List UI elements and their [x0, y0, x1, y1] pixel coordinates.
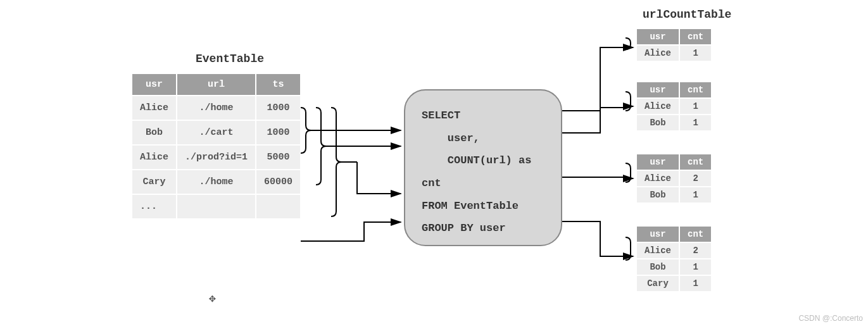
- cell: Bob: [636, 187, 679, 203]
- cell: 1: [679, 259, 712, 275]
- table-row: Alice./home1000: [132, 96, 301, 120]
- event-table-title: EventTable: [196, 53, 264, 65]
- th-cnt: cnt: [679, 154, 712, 170]
- cell: [177, 194, 256, 219]
- table-row: Cary1: [636, 275, 712, 292]
- move-cursor-icon: ✥: [209, 291, 216, 305]
- cell: 2: [679, 170, 712, 187]
- cell: ./home: [177, 170, 256, 194]
- snapshot-1: usrcnt Alice1: [636, 28, 712, 62]
- watermark: CSDN @:Concerto: [798, 314, 863, 323]
- cell: 5000: [256, 145, 301, 170]
- cell: Alice: [636, 45, 679, 61]
- cell: Alice: [636, 242, 679, 259]
- cell: 1: [679, 187, 712, 203]
- cell: 60000: [256, 170, 301, 194]
- cell: ./home: [177, 96, 256, 120]
- table-row: Bob1: [636, 187, 712, 203]
- event-th-url: url: [177, 73, 256, 96]
- th-cnt: cnt: [679, 82, 712, 98]
- cell: 1: [679, 45, 712, 61]
- cell: Alice: [132, 96, 177, 120]
- cell: ...: [132, 194, 177, 219]
- table-row: Cary./home60000: [132, 170, 301, 194]
- table-row: Alice./prod?id=15000: [132, 145, 301, 170]
- th-usr: usr: [636, 154, 679, 170]
- cell: Cary: [636, 275, 679, 292]
- table-row: Bob1: [636, 115, 712, 131]
- th-usr: usr: [636, 28, 679, 45]
- event-th-ts: ts: [256, 73, 301, 96]
- table-row: Alice1: [636, 98, 712, 115]
- cell: Bob: [636, 259, 679, 275]
- cell: Bob: [132, 120, 177, 145]
- th-usr: usr: [636, 226, 679, 242]
- cell: Alice: [636, 98, 679, 115]
- cell: Alice: [132, 145, 177, 170]
- table-row: Bob1: [636, 259, 712, 275]
- cell: 1000: [256, 96, 301, 120]
- cell: Bob: [636, 115, 679, 131]
- table-row: ...: [132, 194, 301, 219]
- cell: ./prod?id=1: [177, 145, 256, 170]
- th-cnt: cnt: [679, 28, 712, 45]
- cell: 2: [679, 242, 712, 259]
- snapshot-2: usrcnt Alice1 Bob1: [636, 81, 712, 132]
- snapshot-4: usrcnt Alice2 Bob1 Cary1: [636, 225, 712, 292]
- table-row: Bob./cart1000: [132, 120, 301, 145]
- cell: [256, 194, 301, 219]
- cell: Cary: [132, 170, 177, 194]
- cell: ./cart: [177, 120, 256, 145]
- cell: 1: [679, 115, 712, 131]
- cell: 1000: [256, 120, 301, 145]
- snapshot-3: usrcnt Alice2 Bob1: [636, 153, 712, 204]
- table-row: Alice2: [636, 242, 712, 259]
- table-row: Alice1: [636, 45, 712, 61]
- th-cnt: cnt: [679, 226, 712, 242]
- cell: 1: [679, 275, 712, 292]
- th-usr: usr: [636, 82, 679, 98]
- sql-query-box: SELECT user, COUNT(url) as cnt FROM Even…: [404, 89, 562, 246]
- table-row: Alice2: [636, 170, 712, 187]
- urlcount-table-title: urlCountTable: [643, 8, 731, 21]
- cell: 1: [679, 98, 712, 115]
- cell: Alice: [636, 170, 679, 187]
- event-th-usr: usr: [132, 73, 177, 96]
- event-table: usr url ts Alice./home1000 Bob./cart1000…: [131, 73, 301, 220]
